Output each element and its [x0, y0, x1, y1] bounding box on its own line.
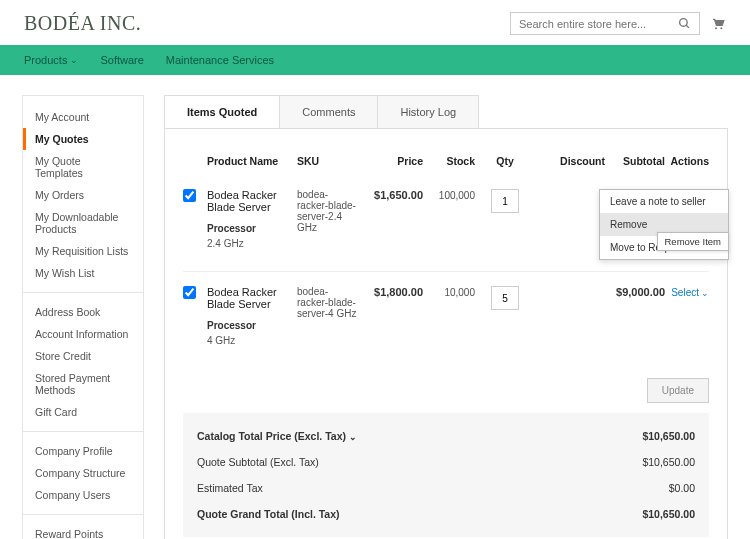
spec-label: Processor [207, 223, 297, 234]
tabs: Items QuotedCommentsHistory Log [164, 95, 479, 128]
col-product-name: Product Name [207, 155, 297, 167]
nav-products[interactable]: Products⌄ [24, 54, 78, 66]
sidebar-item[interactable]: Stored Payment Methods [35, 367, 131, 401]
qty-input[interactable] [491, 286, 519, 310]
sidebar-item[interactable]: Reward Points [35, 523, 131, 539]
total-row: Quote Subtotal (Excl. Tax)$10,650.00 [197, 449, 695, 475]
table-row: Bodea Racker Blade ServerProcessor4 GHzb… [183, 272, 709, 368]
spec-value: 2.4 GHz [207, 238, 297, 249]
sidebar-item[interactable]: My Requisition Lists [35, 240, 131, 262]
navbar: Products⌄ Software Maintenance Services [0, 45, 750, 75]
sidebar-item[interactable]: Company Profile [35, 440, 131, 462]
spec-label: Processor [207, 320, 297, 331]
select-link[interactable]: Select ⌄ [671, 287, 709, 298]
total-value: $10,650.00 [642, 508, 695, 520]
dropdown-item[interactable]: Leave a note to seller [600, 190, 728, 213]
sidebar-item[interactable]: Store Credit [35, 345, 131, 367]
subtotal: $9,000.00 [616, 286, 665, 298]
panel: Product Name SKU Price Stock Qty Discoun… [164, 128, 728, 539]
total-value: $0.00 [669, 482, 695, 494]
svg-point-0 [680, 19, 688, 27]
total-row: Estimated Tax$0.00 [197, 475, 695, 501]
svg-line-1 [686, 25, 689, 28]
spec-value: 4 GHz [207, 335, 297, 346]
search-box[interactable] [510, 12, 700, 35]
sidebar-item[interactable]: Account Information [35, 323, 131, 345]
total-label: Quote Grand Total (Incl. Tax) [197, 508, 340, 520]
price: $1,650.00 [374, 189, 423, 201]
total-row: Catalog Total Price (Excl. Tax) ⌄$10,650… [197, 423, 695, 449]
update-button[interactable]: Update [647, 378, 709, 403]
price: $1,800.00 [374, 286, 423, 298]
header: BODÉA INC. [0, 0, 750, 45]
sidebar-item[interactable]: My Downloadable Products [35, 206, 131, 240]
chevron-down-icon[interactable]: ⌄ [349, 432, 357, 442]
sidebar-item[interactable]: My Wish List [35, 262, 131, 284]
stock: 10,000 [444, 287, 475, 298]
sidebar: My AccountMy QuotesMy Quote TemplatesMy … [22, 95, 144, 539]
sku: bodea-racker-blade-server-4 GHz [297, 286, 357, 319]
row-checkbox[interactable] [183, 189, 196, 202]
table-header: Product Name SKU Price Stock Qty Discoun… [183, 147, 709, 175]
sidebar-item[interactable]: Gift Card [35, 401, 131, 423]
sku: bodea-racker-blade-server-2.4 GHz [297, 189, 357, 233]
tab[interactable]: Comments [280, 96, 378, 128]
tab[interactable]: Items Quoted [165, 96, 280, 128]
col-price: Price [357, 155, 431, 167]
chevron-down-icon: ⌄ [70, 55, 78, 65]
update-row: Update [183, 368, 709, 413]
header-right [510, 12, 726, 35]
tab[interactable]: History Log [378, 96, 478, 128]
col-subtotal: Subtotal [605, 155, 665, 167]
total-label: Catalog Total Price (Excl. Tax) ⌄ [197, 430, 357, 442]
sidebar-item[interactable]: My Account [35, 106, 131, 128]
sidebar-item[interactable]: My Orders [35, 184, 131, 206]
col-actions: Actions [665, 155, 709, 167]
col-discount: Discount [535, 155, 605, 167]
search-input[interactable] [519, 18, 678, 30]
sidebar-item[interactable]: Company Structure [35, 462, 131, 484]
nav-software[interactable]: Software [100, 54, 143, 66]
product-name: Bodea Racker Blade Server [207, 286, 297, 310]
cart-icon[interactable] [710, 16, 726, 32]
nav-maintenance[interactable]: Maintenance Services [166, 54, 274, 66]
search-icon[interactable] [678, 17, 691, 30]
col-qty: Qty [475, 155, 535, 167]
sidebar-item[interactable]: My Quote Templates [35, 150, 131, 184]
sidebar-item[interactable]: My Quotes [23, 128, 131, 150]
chevron-icon: ⌄ [701, 288, 709, 298]
col-stock: Stock [431, 155, 475, 167]
total-value: $10,650.00 [642, 456, 695, 468]
tooltip: Remove Item [657, 232, 730, 251]
row-checkbox[interactable] [183, 286, 196, 299]
container: My AccountMy QuotesMy Quote TemplatesMy … [0, 75, 750, 539]
product-name: Bodea Racker Blade Server [207, 189, 297, 213]
col-sku: SKU [297, 155, 357, 167]
totals: Catalog Total Price (Excl. Tax) ⌄$10,650… [183, 413, 709, 537]
total-label: Estimated Tax [197, 482, 263, 494]
qty-input[interactable] [491, 189, 519, 213]
total-value: $10,650.00 [642, 430, 695, 442]
sidebar-item[interactable]: Address Book [35, 301, 131, 323]
main: Items QuotedCommentsHistory Log Product … [164, 95, 728, 539]
stock: 100,000 [439, 190, 475, 201]
total-row: Quote Grand Total (Incl. Tax)$10,650.00 [197, 501, 695, 527]
logo[interactable]: BODÉA INC. [24, 12, 141, 35]
total-label: Quote Subtotal (Excl. Tax) [197, 456, 319, 468]
sidebar-item[interactable]: Company Users [35, 484, 131, 506]
